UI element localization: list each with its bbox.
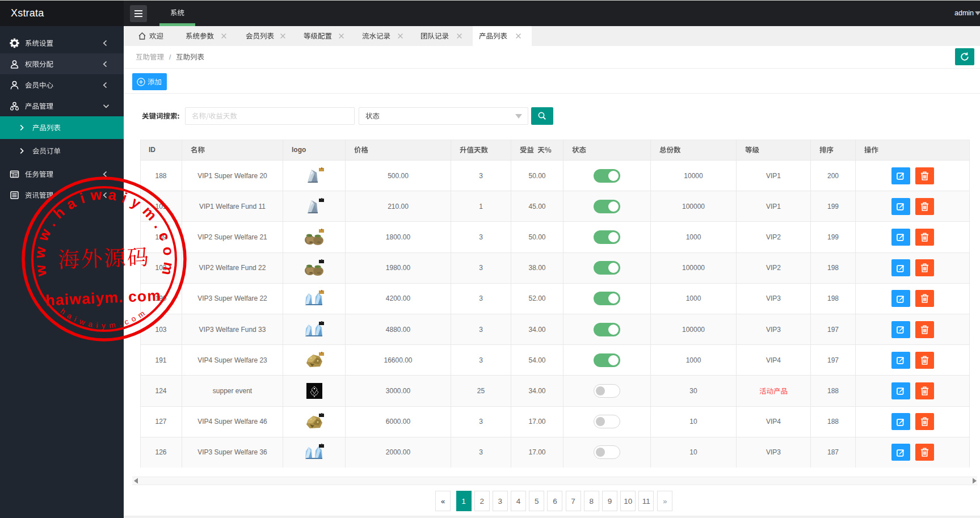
svg-text:haiwaiym. com: haiwaiym. com [45, 287, 161, 309]
svg-text:www.haiwaiym.com: www.haiwaiym.com [31, 186, 178, 282]
svg-text:haiwaiym.com: haiwaiym.com [58, 307, 149, 330]
